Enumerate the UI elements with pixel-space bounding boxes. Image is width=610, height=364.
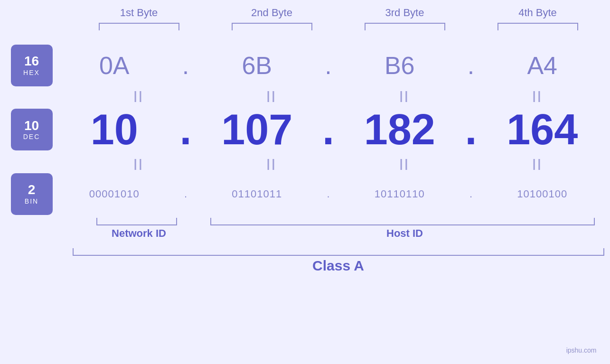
bracket-top-3 — [365, 23, 445, 30]
bin-byte4: 10100100 — [517, 188, 567, 200]
byte3-header: 3rd Byte — [338, 7, 471, 23]
host-id-label: Host ID — [206, 227, 604, 240]
dec-byte2: 107 — [221, 105, 292, 154]
class-a-label: Class A — [312, 258, 364, 274]
bottom-brackets — [6, 218, 604, 225]
bin-badge: 2 BIN — [11, 173, 53, 215]
bin-dot-3: . — [469, 188, 472, 200]
bracket-top-2 — [232, 23, 312, 30]
dec-byte3: 182 — [364, 105, 435, 154]
hex-byte3: B6 — [385, 51, 415, 80]
byte-headers-row: 1st Byte 2nd Byte 3rd Byte 4th Byte — [6, 7, 604, 23]
eq2-byte3: || — [338, 154, 471, 173]
equals-row-1: || || || || — [6, 86, 604, 105]
host-bracket — [210, 218, 595, 225]
class-label-row: Class A — [6, 258, 604, 274]
main-container: 1st Byte 2nd Byte 3rd Byte 4th Byte 16 H… — [6, 7, 604, 358]
equals-row-2: || || || || — [6, 154, 604, 173]
eq1-byte3: || — [338, 86, 471, 105]
hex-dot-3: . — [468, 51, 474, 80]
dec-byte4: 164 — [507, 105, 578, 154]
watermark: ipshu.com — [566, 346, 597, 354]
eq1-byte2: || — [206, 86, 338, 105]
byte2-header: 2nd Byte — [206, 7, 338, 23]
hex-row: 16 HEX 0A . 6B . B6 . A4 — [6, 45, 604, 86]
bracket-top-4 — [497, 23, 578, 30]
bin-byte3: 10110110 — [375, 188, 425, 200]
byte1-header: 1st Byte — [73, 7, 206, 23]
network-id-label: Network ID — [73, 227, 206, 240]
eq1-byte1: || — [73, 86, 206, 105]
dec-dot-1: . — [179, 105, 191, 154]
eq2-byte4: || — [471, 154, 604, 173]
labels-row: Network ID Host ID — [6, 227, 604, 240]
byte4-header: 4th Byte — [471, 7, 604, 23]
hex-byte4: A4 — [527, 51, 557, 80]
bin-dot-1: . — [184, 188, 187, 200]
dec-badge: 10 DEC — [11, 109, 53, 150]
hex-dot-2: . — [325, 51, 331, 80]
hex-dot-1: . — [182, 51, 189, 80]
hex-byte2: 6B — [242, 51, 272, 80]
hex-badge: 16 HEX — [11, 45, 53, 86]
network-bracket — [96, 218, 177, 225]
eq2-byte1: || — [73, 154, 206, 173]
class-bracket — [73, 248, 604, 256]
eq1-byte4: || — [471, 86, 604, 105]
class-bracket-row — [6, 248, 604, 256]
hex-byte1: 0A — [99, 51, 130, 80]
dec-byte1: 10 — [91, 105, 138, 154]
bin-byte2: 01101011 — [232, 188, 282, 200]
eq2-byte2: || — [206, 154, 338, 173]
bin-byte1: 00001010 — [89, 188, 140, 200]
dec-values: 10 . 107 . 182 . 164 — [53, 105, 604, 154]
bin-values: 00001010 . 01101011 . 10110110 . 1010010… — [53, 188, 604, 200]
bin-dot-2: . — [327, 188, 329, 200]
dec-row: 10 DEC 10 . 107 . 182 . 164 — [6, 105, 604, 154]
dec-dot-3: . — [465, 105, 477, 154]
bracket-top-1 — [99, 23, 179, 30]
bin-row: 2 BIN 00001010 . 01101011 . 10110110 . 1… — [6, 173, 604, 215]
top-brackets — [6, 23, 604, 30]
dec-dot-2: . — [322, 105, 334, 154]
hex-values: 0A . 6B . B6 . A4 — [53, 51, 604, 80]
